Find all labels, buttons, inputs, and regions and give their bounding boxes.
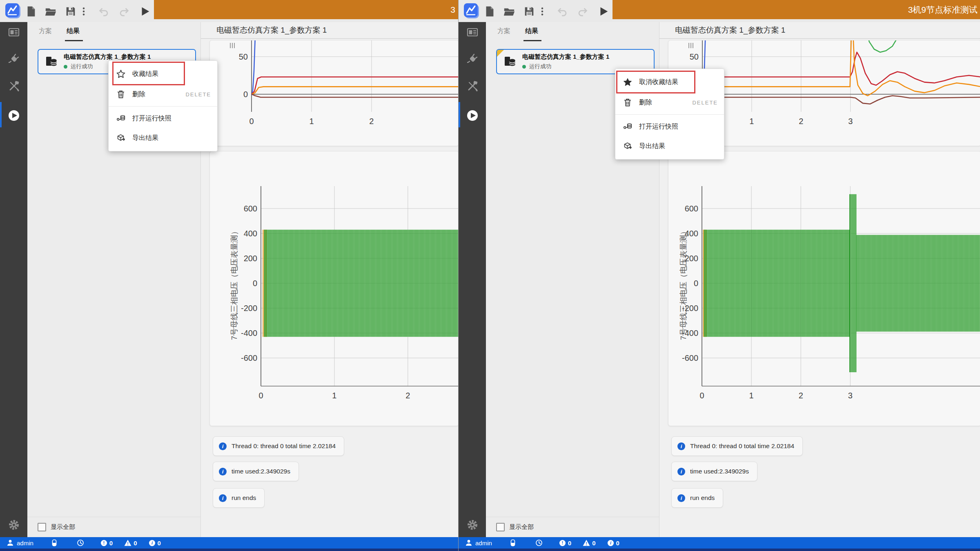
- menu-item-favorite[interactable]: 收藏结果: [109, 63, 217, 84]
- export-icon: [116, 133, 125, 142]
- undo-icon[interactable]: [557, 5, 569, 18]
- kebab-menu-icon[interactable]: [81, 5, 87, 18]
- toolbar: 3机9节点标准测试: [459, 0, 980, 22]
- error-counter[interactable]: ! 0: [559, 540, 571, 547]
- menu-item-open-snapshot[interactable]: 打开运行快照: [615, 117, 724, 136]
- info-circle-icon: i: [607, 540, 614, 547]
- warning-count: 0: [592, 540, 595, 547]
- overview-chart[interactable]: 012500: [210, 40, 458, 146]
- plug-icon[interactable]: [466, 52, 479, 65]
- tab-plan[interactable]: 方案: [39, 27, 52, 36]
- save-icon[interactable]: [523, 5, 535, 18]
- warning-icon: !: [124, 539, 131, 547]
- snapshot-icon: [623, 122, 632, 131]
- svg-text:1: 1: [309, 117, 314, 126]
- tree-item-status: 运行成功: [522, 63, 609, 70]
- export-label: 导出结果: [639, 142, 665, 151]
- show-all-label: 显示全部: [509, 523, 534, 531]
- plug-icon[interactable]: [7, 52, 20, 65]
- new-file-icon[interactable]: [25, 5, 37, 18]
- open-folder-icon[interactable]: [45, 5, 57, 18]
- result-dataset-icon: [503, 55, 517, 69]
- run-icon[interactable]: [597, 5, 610, 18]
- delete-shortcut: DELETE: [185, 91, 211, 98]
- play-circle-icon[interactable]: [7, 109, 20, 122]
- show-all-checkbox[interactable]: [38, 523, 46, 531]
- log-badge-runend: irun ends: [213, 488, 265, 508]
- screen: 3 方案 结果 电磁暂态: [0, 0, 980, 551]
- window-title-bar: 3: [154, 0, 458, 19]
- warning-counter[interactable]: ! 0: [583, 539, 595, 547]
- error-counter[interactable]: ! 0: [100, 540, 113, 547]
- error-count: 0: [568, 540, 571, 547]
- svg-text:!: !: [586, 541, 587, 546]
- gear-icon[interactable]: [7, 518, 20, 531]
- svg-text:600: 600: [244, 204, 257, 213]
- open-folder-icon[interactable]: [503, 5, 515, 18]
- snapshot-label: 打开运行快照: [132, 114, 172, 123]
- gear-icon[interactable]: [466, 518, 479, 531]
- svg-text:0: 0: [694, 279, 698, 288]
- context-menu: 收藏结果 删除 DELETE 打开运行快照 导出结果: [108, 60, 218, 151]
- user-name: admin: [475, 540, 492, 547]
- info-icon: i: [677, 442, 685, 450]
- redo-icon[interactable]: [576, 5, 588, 18]
- device-icon[interactable]: [51, 539, 58, 547]
- app-logo-icon[interactable]: [4, 2, 22, 20]
- tools-icon[interactable]: [7, 80, 20, 93]
- info-counter[interactable]: i 0: [149, 540, 161, 547]
- user-menu[interactable]: admin: [7, 539, 33, 547]
- kebab-menu-icon[interactable]: [539, 5, 545, 18]
- play-circle-icon[interactable]: [466, 109, 479, 122]
- log-badge-time: itime used:2.349029s: [213, 462, 299, 481]
- run-icon[interactable]: [139, 5, 151, 18]
- panel-icon[interactable]: [466, 26, 479, 39]
- active-tab-underline: [523, 40, 541, 41]
- svg-text:2: 2: [405, 391, 410, 400]
- device-icon[interactable]: [509, 539, 517, 547]
- nav-sidebar: [459, 22, 486, 537]
- voltage-chart[interactable]: 01236004002000-200-400-600: [668, 151, 980, 426]
- voltage-chart[interactable]: 0126004002000-200-400-600: [210, 151, 458, 426]
- warning-count: 0: [134, 540, 137, 547]
- info-icon: i: [219, 442, 227, 450]
- warning-counter[interactable]: ! 0: [124, 539, 137, 547]
- panel-icon[interactable]: [7, 26, 20, 39]
- error-icon: !: [559, 540, 566, 547]
- success-status-dot: [64, 65, 67, 69]
- show-all-checkbox[interactable]: [496, 523, 505, 531]
- menu-item-export[interactable]: 导出结果: [109, 128, 217, 148]
- panel-tabs: 方案 结果: [486, 22, 659, 42]
- overview-chart-card: 012500: [209, 40, 458, 146]
- tab-results[interactable]: 结果: [525, 27, 538, 36]
- app-logo-icon[interactable]: [463, 2, 481, 20]
- drag-handle-icon[interactable]: [230, 43, 235, 48]
- star-filled-icon: [623, 78, 632, 87]
- tab-results[interactable]: 结果: [67, 27, 80, 36]
- menu-item-open-snapshot[interactable]: 打开运行快照: [109, 109, 217, 128]
- svg-text:2: 2: [799, 117, 803, 126]
- undo-icon[interactable]: [98, 5, 110, 18]
- tab-plan[interactable]: 方案: [497, 27, 510, 36]
- svg-text:-600: -600: [241, 353, 257, 362]
- history-icon[interactable]: [77, 539, 84, 547]
- menu-item-export[interactable]: 导出结果: [615, 136, 724, 156]
- user-menu[interactable]: admin: [465, 539, 492, 547]
- info-counter[interactable]: i 0: [607, 540, 619, 547]
- save-icon[interactable]: [65, 5, 77, 18]
- menu-item-delete[interactable]: 删除 DELETE: [615, 93, 724, 112]
- svg-text:0: 0: [699, 391, 704, 400]
- new-file-icon[interactable]: [483, 5, 496, 18]
- history-icon[interactable]: [535, 539, 543, 547]
- menu-item-delete[interactable]: 删除 DELETE: [109, 84, 217, 104]
- svg-text:3: 3: [848, 391, 853, 400]
- tree-item-title: 电磁暂态仿真方案 1_参数方案 1: [522, 53, 609, 61]
- tools-icon[interactable]: [466, 80, 479, 93]
- redo-icon[interactable]: [118, 5, 130, 18]
- menu-item-favorite[interactable]: 取消收藏结果: [615, 71, 724, 93]
- drag-handle-icon[interactable]: [688, 43, 693, 48]
- window-title: 3机9节点标准测试: [908, 4, 978, 16]
- results-header-title: 电磁暂态仿真方案 1_参数方案 1: [675, 25, 785, 36]
- info-icon: i: [677, 468, 685, 475]
- y-axis-label: 7号母线三相电压（电压表量测）: [229, 202, 240, 365]
